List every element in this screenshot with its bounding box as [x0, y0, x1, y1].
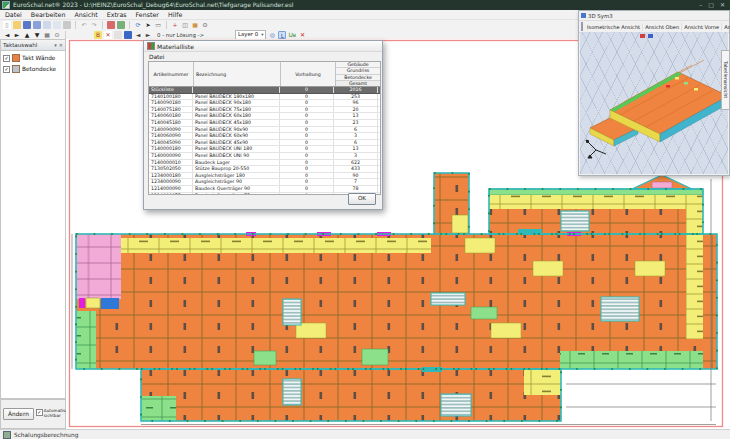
cell-vor: 0 — [280, 160, 334, 166]
table-row[interactable]: 7130502050Stütze Bauprop 20-5500433 — [149, 166, 380, 173]
crosshair-icon[interactable]: + — [171, 21, 179, 29]
cell-art: 1234000180 — [149, 173, 193, 179]
maximize-button[interactable]: ▢ — [708, 0, 714, 10]
cell-art: 7140060090 — [149, 133, 193, 139]
pan-left-icon[interactable]: ◄ — [3, 31, 11, 39]
window-titlebar[interactable]: EuroSchal.net® 2023 - U:\HEINZ\EuroSchal… — [0, 0, 730, 10]
material-dialog-titlebar[interactable]: Materialliste — [144, 41, 382, 52]
column-group-gebaeude[interactable]: Gebäude Grundriss Betondecke Gesamt — [336, 62, 380, 86]
table-row[interactable]: 7140045090Panel BAUDECK 45x9006 — [149, 140, 380, 147]
table-row[interactable]: 7140045180Panel BAUDECK 45x180023 — [149, 120, 380, 127]
dialog-menu-datei[interactable]: Datei — [149, 54, 164, 60]
close-panel-icon[interactable]: ✕ — [59, 42, 63, 48]
menu-bearbeiten[interactable]: Bearbeiten — [31, 11, 66, 18]
pan-down-icon[interactable]: ▼ — [33, 31, 41, 39]
material-table[interactable]: Artikelnummer Bezeichnung Vorhaltung Geb… — [148, 61, 381, 195]
layout-icon[interactable] — [53, 21, 61, 29]
new-document-icon[interactable]: ▯ — [3, 21, 11, 29]
takt-x-icon[interactable]: ✕ — [104, 31, 112, 39]
view-button-isometrische-ansicht[interactable]: Isometrische Ansicht — [585, 23, 643, 31]
close-button[interactable]: ✕ — [720, 0, 725, 10]
target-icon[interactable]: ◎ — [268, 31, 276, 39]
selection-rect-icon[interactable]: ▭ — [154, 21, 162, 29]
cell-vor: 0 — [280, 166, 334, 172]
column-artikelnummer[interactable]: Artikelnummer — [149, 62, 194, 86]
viewport-3d[interactable] — [580, 32, 728, 174]
column-bezeichnung[interactable]: Bezeichnung — [194, 62, 281, 86]
pin-icon[interactable]: ▾ — [54, 42, 57, 48]
menu-fenster[interactable]: Fenster — [136, 11, 159, 18]
view-button-ansicht-oben[interactable]: Ansicht Oben — [643, 23, 682, 31]
table-row[interactable]: 7140090090Panel BAUDECK 90x9006 — [149, 127, 380, 134]
chevron-down-icon: ▾ — [261, 31, 263, 38]
takt-panel-header[interactable]: Taktauswahl ▾ ✕ — [1, 40, 65, 51]
print-icon[interactable] — [63, 21, 71, 29]
tab-tabellenansicht[interactable]: Tabellenansicht — [721, 50, 730, 110]
table-row-total[interactable]: Stückliste 0 2016 — [149, 87, 380, 94]
solution-prev-icon[interactable]: ◄ — [134, 31, 142, 39]
menu-datei[interactable]: Datei — [5, 11, 22, 18]
menu-ansicht[interactable]: Ansicht — [74, 11, 97, 18]
cell-art: 7140000010 — [149, 160, 193, 166]
table-row[interactable]: 7140090180Panel BAUDECK 90x180096 — [149, 100, 380, 107]
zoom-all-icon[interactable]: ⊙ — [53, 31, 61, 39]
cursor-icon[interactable]: ➤ — [144, 21, 152, 29]
auto-visible-label: Automatisch sichtbar — [44, 409, 66, 418]
cube-icon[interactable] — [581, 22, 583, 31]
solution-next-icon[interactable]: ► — [144, 31, 152, 39]
window-copy-icon[interactable] — [43, 21, 51, 29]
cell-art: 7140060180 — [149, 113, 193, 119]
pan-right-icon[interactable]: ► — [13, 31, 21, 39]
refresh-icon[interactable]: ⟳ — [134, 21, 142, 29]
paint-icon[interactable] — [107, 21, 115, 29]
ue-icon[interactable]: Ue — [288, 31, 296, 39]
column-vorhaltung[interactable]: Vorhaltung — [281, 62, 336, 86]
menu-hilfe[interactable]: Hilfe — [168, 11, 182, 18]
status-text: Schalungsberechnung — [14, 432, 78, 438]
table-row[interactable]: 1214000090Baudeck Querträger 90078 — [149, 186, 380, 193]
tree-item-takt-w-nde[interactable]: ✓Takt Wände — [3, 54, 63, 62]
viewer3d-titlebar[interactable]: 3D Sym3 — [579, 11, 729, 21]
open-folder-icon[interactable] — [13, 21, 21, 29]
table-row[interactable]: 7140000010Baudeck Lager0622 — [149, 160, 380, 167]
change-button[interactable]: Ändern — [3, 408, 34, 420]
minimize-button[interactable]: – — [699, 0, 702, 10]
tree-item-checkbox[interactable]: ✓ — [3, 55, 10, 62]
cell-bez: Ausgleichsträger 180 — [193, 173, 280, 179]
tree-item-checkbox[interactable]: ✓ — [3, 66, 10, 73]
table-row[interactable]: 7140100180Panel BAUDECK 180x1800253 — [149, 94, 380, 101]
ok-button[interactable]: OK — [348, 193, 376, 205]
view-button-ansicht-vorne[interactable]: Ansicht Vorne — [682, 23, 722, 31]
image-icon[interactable] — [117, 21, 125, 29]
view-button-ansicht-seite[interactable]: Ansicht Seite — [722, 23, 730, 31]
takt-b-icon[interactable]: B — [94, 31, 102, 39]
table-row[interactable]: 1234000180Ausgleichsträger 180090 — [149, 173, 380, 180]
table-row[interactable]: 7140075180Panel BAUDECK 75x180020 — [149, 107, 380, 114]
takt-blue-icon[interactable] — [124, 31, 132, 39]
table-row[interactable]: 1214000075Baudeck Querträger 75016 — [149, 193, 380, 196]
cell-ges: 622 — [334, 160, 378, 166]
tree-item-betondecke[interactable]: ✓Betondecke — [3, 65, 63, 73]
split-view-icon[interactable]: ◫ — [181, 21, 189, 29]
table-row[interactable]: 7140060180Panel BAUDECK 60x180013 — [149, 113, 380, 120]
close-view-icon[interactable]: ✕ — [298, 31, 306, 39]
save-icon[interactable] — [23, 21, 31, 29]
table-row[interactable]: 7140000090Panel BAUDECK UNI 9003 — [149, 153, 380, 160]
table-row[interactable]: 1234000090Ausgleichsträger 9007 — [149, 179, 380, 186]
lock-layer-icon[interactable]: L — [278, 31, 286, 39]
save-all-icon[interactable] — [33, 21, 41, 29]
undo-icon[interactable]: ↶ — [80, 21, 88, 29]
column-gesamt: Gesamt — [336, 81, 380, 86]
layer-dropdown[interactable]: Layer 0 ▾ — [235, 30, 266, 40]
redo-icon[interactable]: ↷ — [90, 21, 98, 29]
zoom-window-icon[interactable]: ▦ — [43, 31, 51, 39]
menu-extras[interactable]: Extras — [107, 11, 127, 18]
cell-art: 7140100180 — [149, 94, 193, 100]
table-row[interactable]: 7140000180Panel BAUDECK UNI 180013 — [149, 146, 380, 153]
takt-gray-icon[interactable] — [114, 31, 122, 39]
table-row[interactable]: 7140060090Panel BAUDECK 60x9003 — [149, 133, 380, 140]
pan-up-icon[interactable]: ▲ — [23, 31, 31, 39]
zoom-icon[interactable]: ⊙ — [201, 21, 209, 29]
auto-visible-checkbox[interactable]: ✓ — [36, 409, 43, 416]
takt-grid-icon[interactable]: ▦ — [191, 21, 199, 29]
